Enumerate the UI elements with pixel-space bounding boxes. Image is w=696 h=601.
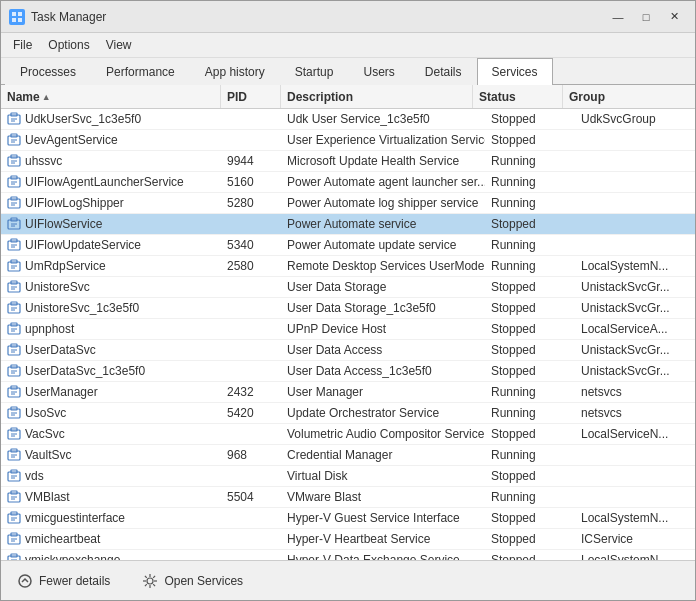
menu-item-options[interactable]: Options bbox=[40, 35, 97, 55]
maximize-button[interactable]: □ bbox=[633, 7, 659, 27]
menu-item-view[interactable]: View bbox=[98, 35, 140, 55]
cell-group: LocalServiceA... bbox=[575, 319, 695, 339]
cell-pid: 5420 bbox=[221, 403, 281, 423]
fewer-details-label: Fewer details bbox=[39, 574, 110, 588]
footer: Fewer details Open Services bbox=[1, 560, 695, 600]
table-row[interactable]: VaultSvc968Credential ManagerRunning bbox=[1, 445, 695, 466]
svg-line-105 bbox=[145, 584, 147, 586]
cell-pid: 5340 bbox=[221, 235, 281, 255]
tab-processes[interactable]: Processes bbox=[5, 58, 91, 85]
table-row[interactable]: vmicguestinterfaceHyper-V Guest Service … bbox=[1, 508, 695, 529]
cell-group bbox=[575, 193, 695, 213]
svg-line-103 bbox=[154, 584, 156, 586]
cell-group: ICService bbox=[575, 529, 695, 549]
cell-status: Stopped bbox=[485, 424, 575, 444]
table-row[interactable]: UnistoreSvc_1c3e5f0User Data Storage_1c3… bbox=[1, 298, 695, 319]
cell-name: upnphost bbox=[1, 319, 221, 339]
service-icon bbox=[7, 175, 21, 189]
cell-description: Microsoft Update Health Service bbox=[281, 151, 485, 171]
cell-description: Power Automate agent launcher ser... bbox=[281, 172, 485, 192]
cell-description: User Experience Virtualization Service bbox=[281, 130, 485, 150]
table-row[interactable]: UserDataSvcUser Data AccessStoppedUnista… bbox=[1, 340, 695, 361]
table-row[interactable]: vmickvpexchangeHyper-V Data Exchange Ser… bbox=[1, 550, 695, 560]
tab-startup[interactable]: Startup bbox=[280, 58, 349, 85]
service-icon bbox=[7, 553, 21, 560]
svg-rect-2 bbox=[12, 18, 16, 22]
service-icon bbox=[7, 280, 21, 294]
cell-name: vmicheartbeat bbox=[1, 529, 221, 549]
cell-group: UnistackSvcGr... bbox=[575, 298, 695, 318]
cell-status: Stopped bbox=[485, 319, 575, 339]
table-row[interactable]: UIFlowUpdateService5340Power Automate up… bbox=[1, 235, 695, 256]
table-row[interactable]: uhssvc9944Microsoft Update Health Servic… bbox=[1, 151, 695, 172]
service-icon bbox=[7, 364, 21, 378]
tab-services[interactable]: Services bbox=[477, 58, 553, 85]
col-header-description[interactable]: Description bbox=[281, 85, 473, 108]
table-row[interactable]: upnphostUPnP Device HostStoppedLocalServ… bbox=[1, 319, 695, 340]
cell-pid: 5504 bbox=[221, 487, 281, 507]
table-row[interactable]: UsoSvc5420Update Orchestrator ServiceRun… bbox=[1, 403, 695, 424]
cell-name: UIFlowAgentLauncherService bbox=[1, 172, 221, 192]
cell-name: UnistoreSvc bbox=[1, 277, 221, 297]
cell-status: Running bbox=[485, 193, 575, 213]
table-row[interactable]: UIFlowServicePower Automate serviceStopp… bbox=[1, 214, 695, 235]
cell-pid bbox=[221, 466, 281, 486]
table-row[interactable]: UIFlowLogShipper5280Power Automate log s… bbox=[1, 193, 695, 214]
services-table-container: Name ▲ PID Description Status Group UdkU… bbox=[1, 85, 695, 560]
tab-bar: ProcessesPerformanceApp historyStartupUs… bbox=[1, 58, 695, 85]
cell-status: Stopped bbox=[485, 508, 575, 528]
cell-name: VaultSvc bbox=[1, 445, 221, 465]
cell-pid bbox=[221, 298, 281, 318]
cell-pid bbox=[221, 508, 281, 528]
cell-group: LocalSystemN... bbox=[575, 256, 695, 276]
fewer-details-icon bbox=[17, 573, 33, 589]
tab-performance[interactable]: Performance bbox=[91, 58, 190, 85]
svg-rect-0 bbox=[12, 12, 16, 16]
service-icon bbox=[7, 217, 21, 231]
minimize-button[interactable]: — bbox=[605, 7, 631, 27]
table-row[interactable]: UmRdpService2580Remote Desktop Services … bbox=[1, 256, 695, 277]
cell-status: Stopped bbox=[485, 466, 575, 486]
cell-name: VMBlast bbox=[1, 487, 221, 507]
col-header-group[interactable]: Group bbox=[563, 85, 683, 108]
close-button[interactable]: ✕ bbox=[661, 7, 687, 27]
service-icon bbox=[7, 406, 21, 420]
table-row[interactable]: UIFlowAgentLauncherService5160Power Auto… bbox=[1, 172, 695, 193]
cell-description: VMware Blast bbox=[281, 487, 485, 507]
table-row[interactable]: VacSvcVolumetric Audio Compositor Servic… bbox=[1, 424, 695, 445]
col-header-pid[interactable]: PID bbox=[221, 85, 281, 108]
table-row[interactable]: UserManager2432User ManagerRunningnetsvc… bbox=[1, 382, 695, 403]
tab-details[interactable]: Details bbox=[410, 58, 477, 85]
cell-pid bbox=[221, 529, 281, 549]
cell-pid bbox=[221, 109, 281, 129]
service-icon bbox=[7, 469, 21, 483]
cell-name: vmickvpexchange bbox=[1, 550, 221, 560]
svg-line-104 bbox=[154, 575, 156, 577]
table-row[interactable]: UdkUserSvc_1c3e5f0Udk User Service_1c3e5… bbox=[1, 109, 695, 130]
cell-description: Hyper-V Heartbeat Service bbox=[281, 529, 485, 549]
table-row[interactable]: UserDataSvc_1c3e5f0User Data Access_1c3e… bbox=[1, 361, 695, 382]
menu-item-file[interactable]: File bbox=[5, 35, 40, 55]
cell-name: UevAgentService bbox=[1, 130, 221, 150]
cell-status: Stopped bbox=[485, 340, 575, 360]
sort-arrow-name: ▲ bbox=[42, 92, 51, 102]
col-header-name[interactable]: Name ▲ bbox=[1, 85, 221, 108]
cell-group: UdkSvcGroup bbox=[575, 109, 695, 129]
col-header-status[interactable]: Status bbox=[473, 85, 563, 108]
open-services-button[interactable]: Open Services bbox=[134, 569, 251, 593]
cell-name: UnistoreSvc_1c3e5f0 bbox=[1, 298, 221, 318]
table-row[interactable]: vmicheartbeatHyper-V Heartbeat ServiceSt… bbox=[1, 529, 695, 550]
table-row[interactable]: vdsVirtual DiskStopped bbox=[1, 466, 695, 487]
fewer-details-button[interactable]: Fewer details bbox=[9, 569, 118, 593]
table-row[interactable]: UevAgentServiceUser Experience Virtualiz… bbox=[1, 130, 695, 151]
task-manager-window: Task Manager — □ ✕ FileOptionsView Proce… bbox=[0, 0, 696, 601]
service-icon bbox=[7, 448, 21, 462]
cell-pid bbox=[221, 319, 281, 339]
tab-app-history[interactable]: App history bbox=[190, 58, 280, 85]
table-row[interactable]: VMBlast5504VMware BlastRunning bbox=[1, 487, 695, 508]
table-row[interactable]: UnistoreSvcUser Data StorageStoppedUnist… bbox=[1, 277, 695, 298]
cell-name: UIFlowLogShipper bbox=[1, 193, 221, 213]
tab-users[interactable]: Users bbox=[348, 58, 409, 85]
title-bar: Task Manager — □ ✕ bbox=[1, 1, 695, 33]
cell-description: User Data Access bbox=[281, 340, 485, 360]
